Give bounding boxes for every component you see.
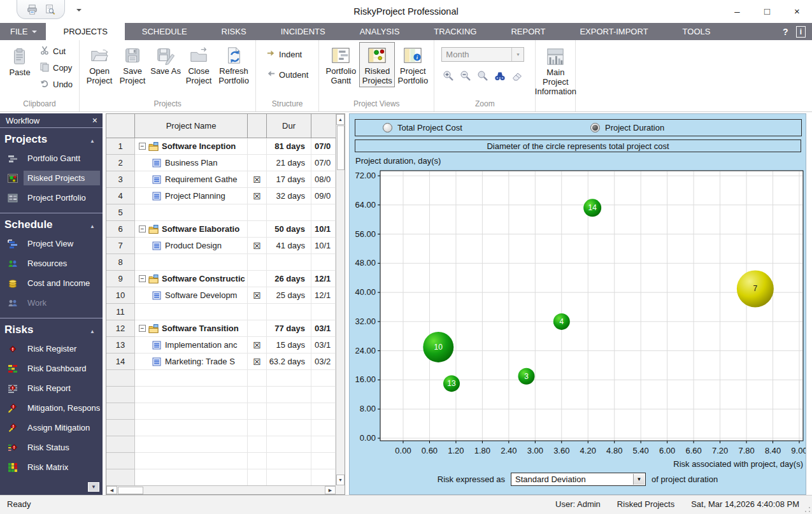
radio-project-duration[interactable]: Project Duration — [590, 123, 664, 132]
open-project-button[interactable]: Open Project — [83, 42, 116, 87]
workflow-section-title-schedule[interactable]: Schedule — [0, 214, 103, 234]
sidebar-item-risk-dashboard[interactable]: Risk Dashboard — [0, 359, 103, 378]
sidebar-item-portfolio-gantt[interactable]: Portfolio Gantt — [0, 148, 103, 168]
scroll-right-icon[interactable]: ▶ — [325, 486, 336, 494]
resize-grip[interactable] — [804, 506, 811, 513]
table-row[interactable]: 2Business Plan21 days07/0 — [106, 155, 336, 171]
zoom-period-dropdown-arrow-icon[interactable] — [511, 48, 524, 61]
vertical-scroll-thumb[interactable] — [337, 125, 345, 170]
workflow-section-title-risks[interactable]: Risks — [0, 319, 103, 339]
project-portfolio-button[interactable]: iProject Portfolio — [395, 42, 431, 87]
risk-column-header[interactable] — [248, 114, 267, 138]
menu-tab-export-import[interactable]: EXPORT-IMPORT — [562, 23, 665, 40]
zoom-out-icon[interactable] — [460, 70, 471, 82]
menu-tab-incidents[interactable]: INCIDENTS — [264, 23, 343, 40]
copy-button[interactable]: Copy — [36, 61, 76, 75]
workflow-close-icon[interactable]: × — [92, 116, 97, 125]
refresh-portfolio-button[interactable]: Refresh Portfolio — [215, 42, 252, 87]
collapse-arrow-icon[interactable] — [90, 324, 95, 336]
menu-tab-report[interactable]: REPORT — [494, 23, 562, 40]
table-row[interactable]: 14Marketing: Trade S☒63.2 days03/2 — [106, 353, 336, 370]
sidebar-item-project-portfolio[interactable]: Project Portfolio — [0, 188, 103, 208]
find-icon[interactable] — [494, 70, 506, 82]
radio-total-project-cost[interactable]: Total Project Cost — [383, 123, 462, 132]
portfolio-gantt-button[interactable]: Portfolio Gantt — [322, 42, 359, 87]
table-vertical-scrollbar[interactable]: ▲ ▼ — [336, 114, 345, 485]
sidebar-item-risk-report[interactable]: !Risk Report — [0, 378, 103, 398]
help-icon[interactable]: ? — [783, 27, 788, 37]
undo-button[interactable]: Undo — [36, 77, 76, 92]
sidebar-item-resources[interactable]: Resources — [0, 253, 103, 273]
project-name-header[interactable]: Project Name — [135, 114, 248, 138]
scroll-left-icon[interactable]: ◀ — [106, 486, 117, 494]
sidebar-item-mitigation-response[interactable]: !Mitigation, Response — [0, 398, 103, 418]
zoom-in-icon[interactable] — [443, 70, 454, 82]
cut-button[interactable]: Cut — [36, 44, 76, 59]
table-row[interactable] — [106, 387, 336, 403]
indent-button[interactable]: Indent — [263, 47, 311, 61]
table-row[interactable]: 5 — [106, 204, 336, 221]
sidebar-item-risk-register[interactable]: !Risk Register — [0, 339, 103, 359]
menu-tab-file[interactable]: FILE — [0, 23, 46, 40]
risk-measure-dropdown-arrow-icon[interactable] — [633, 474, 645, 485]
menu-tab-schedule[interactable]: SCHEDULE — [125, 23, 204, 40]
collapse-box-icon[interactable]: − — [139, 325, 146, 332]
workflow-section-title-projects[interactable]: Projects — [0, 129, 103, 148]
paste-button[interactable]: Paste — [3, 43, 36, 79]
sidebar-item-assign-mitigation[interactable]: !Assign Mitigation — [0, 418, 103, 438]
sidebar-item-risk-matrix[interactable]: Risk Matrix — [0, 457, 103, 477]
collapse-box-icon[interactable]: − — [139, 225, 146, 232]
sidebar-item-project-view[interactable]: Project View — [0, 234, 103, 253]
table-row[interactable]: 3Requirement Gathe☒17 days08/0 — [106, 171, 336, 188]
sidebar-item-work[interactable]: Work — [0, 293, 103, 313]
workflow-scroll-down-button[interactable] — [88, 482, 99, 492]
collapse-box-icon[interactable]: − — [139, 275, 146, 282]
row-number-header[interactable] — [106, 114, 135, 138]
radio-button-icon[interactable] — [590, 123, 600, 132]
scroll-down-icon[interactable]: ▼ — [336, 475, 345, 485]
table-horizontal-scrollbar[interactable]: ◀ ▶ — [106, 485, 336, 494]
menu-tab-projects[interactable]: PROJECTS — [46, 23, 124, 40]
collapse-arrow-icon[interactable] — [90, 133, 95, 146]
menu-tab-risks[interactable]: RISKS — [204, 23, 264, 40]
close-button[interactable]: × — [782, 0, 812, 22]
table-row[interactable]: 10Software Developm☒25 days12/1 — [106, 287, 336, 304]
scroll-up-icon[interactable]: ▲ — [336, 114, 345, 125]
info-icon[interactable]: i — [796, 26, 806, 38]
sidebar-item-risked-projects[interactable]: Risked Projects — [0, 168, 103, 188]
table-row[interactable]: 7Product Design☒41 days10/1 — [106, 238, 336, 254]
collapse-arrow-icon[interactable] — [90, 218, 95, 231]
table-row[interactable]: 9−Software Constructic26 days12/1 — [106, 271, 336, 287]
sidebar-item-cost-and-income[interactable]: Cost and Income — [0, 273, 103, 293]
table-row[interactable]: 12−Software Transition77 days03/1 — [106, 320, 336, 337]
horizontal-scroll-thumb[interactable] — [118, 487, 143, 494]
date-column-header[interactable] — [311, 114, 336, 138]
main-project-information-button[interactable]: Main Project Information — [539, 43, 572, 98]
duration-header[interactable]: Dur — [267, 114, 311, 138]
table-row[interactable] — [106, 436, 336, 453]
table-row[interactable] — [106, 370, 336, 387]
close-project-button[interactable]: Close Project — [182, 42, 215, 87]
radio-button-icon[interactable] — [383, 123, 392, 132]
zoom-period-dropdown[interactable]: Month — [441, 47, 524, 62]
save-as-button[interactable]: Save As — [149, 42, 182, 78]
maximize-button[interactable]: □ — [752, 0, 782, 22]
collapse-box-icon[interactable]: − — [139, 143, 146, 150]
save-project-button[interactable]: Save Project — [116, 42, 149, 87]
menu-tab-tools[interactable]: TOOLS — [666, 23, 728, 40]
menu-tab-analysis[interactable]: ANALYSIS — [343, 23, 417, 40]
outdent-button[interactable]: Outdent — [263, 68, 311, 82]
minimize-button[interactable]: – — [722, 0, 752, 22]
table-row[interactable]: 6−Software Elaboratio50 days10/1 — [106, 221, 336, 238]
clear-icon[interactable] — [511, 70, 523, 82]
zoom-reset-icon[interactable] — [477, 70, 488, 82]
table-row[interactable]: 4Project Planning☒32 days09/0 — [106, 188, 336, 204]
table-row[interactable]: 8 — [106, 254, 336, 271]
table-row[interactable] — [106, 403, 336, 420]
menu-tab-tracking[interactable]: TRACKING — [417, 23, 494, 40]
table-row[interactable]: 1−Software Inception81 days07/0 — [106, 138, 336, 155]
table-row[interactable] — [106, 469, 336, 485]
table-row[interactable]: 13Implementation anc☒15 days03/1 — [106, 337, 336, 353]
table-row[interactable]: 11 — [106, 304, 336, 320]
risked-projects-button[interactable]: Risked Projects — [359, 42, 395, 87]
